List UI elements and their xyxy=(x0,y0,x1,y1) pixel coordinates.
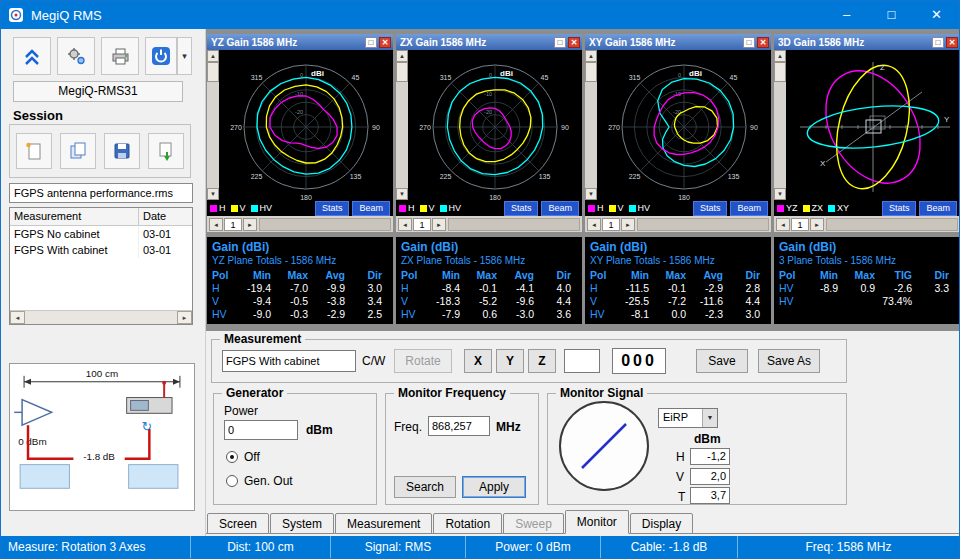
stats-button[interactable]: Stats xyxy=(882,201,917,216)
chart-vertical-scrollbar[interactable]: ▲ ▼ xyxy=(207,50,219,200)
angle-label: 45 xyxy=(541,74,549,81)
print-button[interactable] xyxy=(101,37,139,75)
power-field[interactable] xyxy=(224,420,298,440)
page-next-button[interactable]: ► xyxy=(621,218,635,231)
axis-x-button[interactable]: X xyxy=(464,349,492,373)
radio-off-dot[interactable] xyxy=(226,451,238,463)
dropdown-caret-icon[interactable]: ▼ xyxy=(702,409,717,427)
search-button[interactable]: Search xyxy=(394,476,456,498)
tab-system[interactable]: System xyxy=(270,513,334,534)
axis-y-button[interactable]: Y xyxy=(496,349,524,373)
stats-cell xyxy=(844,295,881,308)
tab-monitor[interactable]: Monitor xyxy=(565,510,629,534)
close-button[interactable]: ✕ xyxy=(914,1,959,29)
page-scrollbar[interactable] xyxy=(637,218,769,231)
maximize-button[interactable]: □ xyxy=(869,1,914,29)
page-scrollbar[interactable] xyxy=(826,218,958,231)
measurement-name-field[interactable] xyxy=(222,350,356,372)
radio-off[interactable]: Off xyxy=(226,450,260,464)
expand-button[interactable] xyxy=(13,37,51,75)
scrollbar-thumb[interactable] xyxy=(774,62,786,82)
save-button[interactable]: Save xyxy=(696,349,748,373)
column-header-measurement[interactable]: Measurement xyxy=(10,208,138,225)
beam-button[interactable]: Beam xyxy=(919,201,957,216)
chart-restore-button[interactable]: □ xyxy=(743,37,755,48)
chart-titlebar[interactable]: YZ Gain 1586 MHz □ ✕ xyxy=(207,34,393,50)
stats-cell: -2.9 xyxy=(692,282,729,295)
page-scrollbar[interactable] xyxy=(448,218,580,231)
page-next-button[interactable]: ► xyxy=(243,218,257,231)
page-prev-button[interactable]: ◄ xyxy=(587,218,601,231)
axis-z-button[interactable]: Z xyxy=(528,349,556,373)
chart-titlebar[interactable]: XY Gain 1586 MHz □ ✕ xyxy=(585,34,771,50)
tab-measurement[interactable]: Measurement xyxy=(335,513,432,534)
signal-mode-dropdown[interactable]: EiRP ▼ xyxy=(658,408,718,428)
stats-button[interactable]: Stats xyxy=(504,201,539,216)
stats-cell: 4.4 xyxy=(540,295,577,308)
scroll-up-icon[interactable]: ▲ xyxy=(396,50,408,62)
chart-close-button[interactable]: ✕ xyxy=(946,37,958,48)
chart-vertical-scrollbar[interactable]: ▲ ▼ xyxy=(585,50,597,200)
list-item[interactable]: FGPS With cabinet 03-01 xyxy=(10,242,192,258)
save-as-button[interactable]: Save As xyxy=(758,349,820,373)
open-session-button[interactable] xyxy=(60,133,96,169)
scroll-down-icon[interactable]: ▼ xyxy=(774,188,786,200)
chart-close-button[interactable]: ✕ xyxy=(757,37,769,48)
settings-button[interactable] xyxy=(57,37,95,75)
tab-sweep[interactable]: Sweep xyxy=(503,513,564,534)
save-session-button[interactable] xyxy=(104,133,140,169)
horizontal-scrollbar[interactable]: ◄ ► xyxy=(10,310,192,324)
list-item[interactable]: FGPS No cabinet 03-01 xyxy=(10,226,192,242)
session-filename-field[interactable] xyxy=(9,183,193,203)
page-prev-button[interactable]: ◄ xyxy=(776,218,790,231)
scroll-left-icon[interactable]: ◄ xyxy=(10,311,25,324)
scroll-up-icon[interactable]: ▲ xyxy=(585,50,597,62)
rotate-button[interactable]: Rotate xyxy=(394,349,452,373)
radio-gen-out-dot[interactable] xyxy=(226,475,238,487)
chart-restore-button[interactable]: □ xyxy=(365,37,377,48)
page-prev-button[interactable]: ◄ xyxy=(398,218,412,231)
new-session-button[interactable] xyxy=(16,133,52,169)
scroll-right-icon[interactable]: ► xyxy=(177,311,192,324)
chart-close-button[interactable]: ✕ xyxy=(568,37,580,48)
scroll-down-icon[interactable]: ▼ xyxy=(396,188,408,200)
chart-titlebar[interactable]: 3D Gain 1586 MHz □ ✕ xyxy=(774,34,960,50)
connect-dropdown-button[interactable]: ▾ xyxy=(177,37,192,75)
scroll-down-icon[interactable]: ▼ xyxy=(207,188,219,200)
device-button[interactable]: MegiQ-RMS31 xyxy=(13,81,183,102)
beam-button[interactable]: Beam xyxy=(541,201,579,216)
stats-button[interactable]: Stats xyxy=(315,201,350,216)
chart-restore-button[interactable]: □ xyxy=(554,37,566,48)
tab-display[interactable]: Display xyxy=(630,513,693,534)
chart-vertical-scrollbar[interactable]: ▲ ▼ xyxy=(396,50,408,200)
tab-screen[interactable]: Screen xyxy=(207,513,269,534)
page-next-button[interactable]: ► xyxy=(810,218,824,231)
chart-titlebar[interactable]: ZX Gain 1586 MHz □ ✕ xyxy=(396,34,582,50)
export-session-button[interactable] xyxy=(148,133,184,169)
stats-col-header: Avg xyxy=(503,269,540,282)
page-scrollbar[interactable] xyxy=(259,218,391,231)
beam-button[interactable]: Beam xyxy=(352,201,390,216)
chart-vertical-scrollbar[interactable]: ▲ ▼ xyxy=(774,50,786,200)
beam-button[interactable]: Beam xyxy=(730,201,768,216)
scrollbar-thumb[interactable] xyxy=(396,62,408,82)
chart-close-button[interactable]: ✕ xyxy=(379,37,391,48)
scrollbar-thumb[interactable] xyxy=(585,62,597,82)
page-next-button[interactable]: ► xyxy=(432,218,446,231)
scrollbar-thumb[interactable] xyxy=(207,62,219,82)
minimize-button[interactable]: – xyxy=(824,1,869,29)
scroll-up-icon[interactable]: ▲ xyxy=(207,50,219,62)
status-frequency: Freq: 1586 MHz xyxy=(738,536,959,558)
legend-label: V xyxy=(429,203,435,213)
chart-restore-button[interactable]: □ xyxy=(932,37,944,48)
column-header-date[interactable]: Date xyxy=(138,208,192,225)
apply-button[interactable]: Apply xyxy=(462,476,526,498)
freq-field[interactable] xyxy=(428,416,490,436)
scroll-up-icon[interactable]: ▲ xyxy=(774,50,786,62)
scroll-down-icon[interactable]: ▼ xyxy=(585,188,597,200)
radio-gen-out[interactable]: Gen. Out xyxy=(226,474,293,488)
stats-button[interactable]: Stats xyxy=(693,201,728,216)
page-prev-button[interactable]: ◄ xyxy=(209,218,223,231)
tab-rotation[interactable]: Rotation xyxy=(433,513,502,534)
connect-button[interactable] xyxy=(145,37,177,75)
